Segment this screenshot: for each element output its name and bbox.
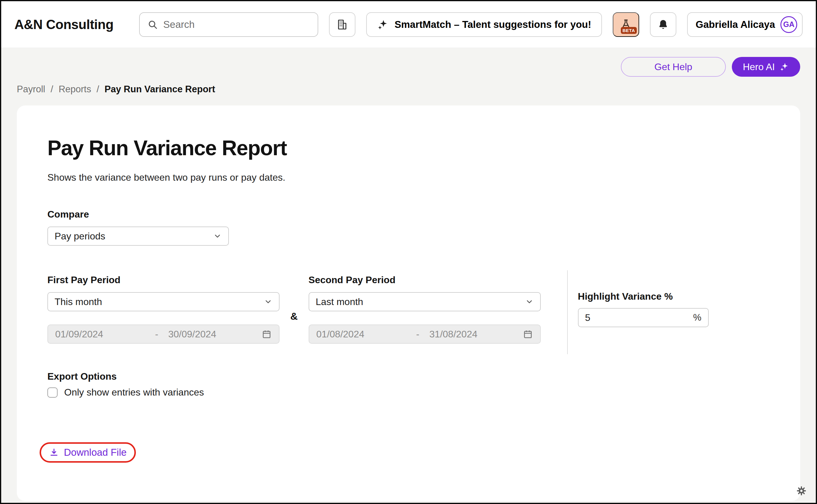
organisation-switcher-button[interactable] — [329, 12, 355, 37]
breadcrumb-current-page: Pay Run Variance Report — [105, 84, 216, 95]
export-options-section: Export Options Only show entries with va… — [47, 371, 782, 398]
download-section: Download File — [47, 442, 136, 463]
search-input[interactable] — [163, 19, 310, 30]
gear-icon — [796, 485, 807, 496]
compare-section: Compare Pay periods — [47, 209, 782, 246]
calendar-icon — [262, 329, 272, 339]
first-pay-period-label: First Pay Period — [47, 274, 280, 286]
top-bar: A&N Consulting — [1, 1, 816, 48]
breadcrumb: Payroll / Reports / Pay Run Variance Rep… — [1, 77, 816, 95]
annotation-highlight-ring: Download File — [40, 442, 136, 463]
ampersand-joiner: & — [290, 274, 298, 322]
download-icon — [49, 447, 59, 458]
breadcrumb-reports[interactable]: Reports — [58, 84, 91, 95]
second-pay-period-label: Second Pay Period — [309, 274, 541, 286]
compare-select-value: Pay periods — [55, 231, 105, 242]
building-icon — [336, 18, 349, 31]
second-period-start-date: 01/08/2024 — [316, 329, 416, 340]
brand-logo: A&N Consulting — [14, 17, 113, 32]
download-file-button[interactable]: Download File — [49, 447, 126, 458]
report-card: Pay Run Variance Report Shows the varian… — [17, 105, 800, 501]
chevron-down-icon — [264, 298, 272, 306]
vertical-divider — [567, 270, 568, 354]
highlight-variance-field: % — [578, 308, 709, 327]
breadcrumb-separator: / — [96, 84, 99, 95]
first-period-start-date: 01/09/2024 — [55, 329, 155, 340]
user-menu[interactable]: Gabriella Alicaya GA — [687, 12, 803, 37]
calendar-icon — [523, 329, 533, 339]
first-pay-period-date-range: 01/09/2024 - 30/09/2024 — [47, 325, 280, 344]
compare-select[interactable]: Pay periods — [47, 227, 229, 246]
percent-suffix: % — [693, 312, 702, 323]
chevron-down-icon — [213, 232, 222, 240]
second-pay-period-date-range: 01/08/2024 - 31/08/2024 — [309, 325, 541, 344]
smartmatch-button[interactable]: SmartMatch – Talent suggestions for you! — [366, 12, 602, 37]
export-options-label: Export Options — [47, 371, 782, 382]
download-file-label: Download File — [64, 447, 126, 458]
settings-gear-button[interactable] — [796, 485, 807, 496]
compare-label: Compare — [47, 209, 782, 220]
breadcrumb-payroll[interactable]: Payroll — [17, 84, 45, 95]
highlight-variance-column: Highlight Variance % % — [578, 274, 709, 327]
bell-icon — [658, 19, 669, 30]
breadcrumb-separator: / — [51, 84, 53, 95]
notifications-button[interactable] — [650, 12, 676, 37]
page-title: Pay Run Variance Report — [47, 105, 782, 160]
search-box[interactable] — [139, 12, 318, 37]
sparkle-icon — [377, 19, 388, 30]
pay-periods-section: First Pay Period This month 01/09/2024 -… — [47, 274, 782, 354]
get-help-button[interactable]: Get Help — [621, 57, 726, 77]
date-range-dash: - — [416, 329, 429, 340]
second-pay-period-column: Second Pay Period Last month 01/08/2024 … — [309, 274, 541, 344]
first-period-end-date: 30/09/2024 — [168, 329, 216, 340]
user-name: Gabriella Alicaya — [696, 19, 775, 30]
chevron-down-icon — [525, 298, 533, 306]
app-screen: A&N Consulting — [0, 0, 817, 504]
sparkle-icon — [780, 62, 789, 72]
hero-ai-label: Hero AI — [743, 61, 775, 73]
page-actions: Get Help Hero AI — [1, 48, 816, 77]
smartmatch-label: SmartMatch – Talent suggestions for you! — [394, 19, 591, 30]
highlight-variance-input[interactable] — [585, 312, 693, 323]
only-variances-checkbox-label: Only show entries with variances — [64, 387, 204, 398]
only-variances-checkbox[interactable] — [47, 387, 58, 398]
page-description: Shows the variance between two pay runs … — [47, 172, 782, 183]
second-period-end-date: 31/08/2024 — [429, 329, 477, 340]
beta-badge: BETA — [621, 27, 637, 34]
first-pay-period-column: First Pay Period This month 01/09/2024 -… — [47, 274, 280, 344]
second-pay-period-value: Last month — [316, 296, 363, 307]
second-pay-period-select[interactable]: Last month — [309, 292, 541, 311]
avatar: GA — [780, 16, 797, 33]
variances-checkbox-row: Only show entries with variances — [47, 387, 782, 398]
labs-beta-button[interactable]: BETA — [613, 12, 639, 37]
date-range-dash: - — [155, 329, 168, 340]
highlight-variance-label: Highlight Variance % — [578, 291, 709, 302]
first-pay-period-value: This month — [55, 296, 102, 307]
first-pay-period-select[interactable]: This month — [47, 292, 280, 311]
search-icon — [147, 19, 158, 30]
hero-ai-button[interactable]: Hero AI — [732, 57, 800, 77]
